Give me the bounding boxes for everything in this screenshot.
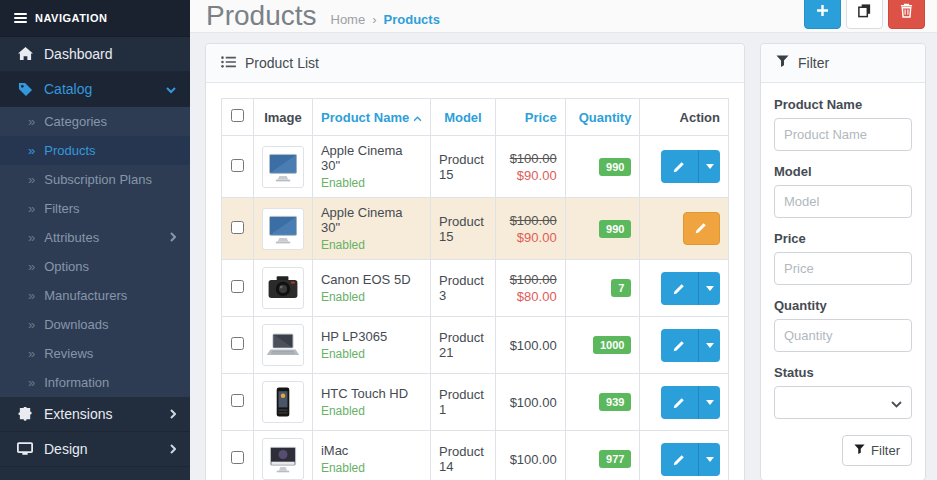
caret-down-icon (706, 343, 714, 348)
product-name: HTC Touch HD (321, 386, 422, 401)
filter-button-label: Filter (871, 443, 900, 458)
sidebar-item-label: Manufacturers (44, 288, 127, 303)
sidebar-item-label: Catalog (44, 81, 166, 97)
page-title: Products (206, 0, 317, 32)
hamburger-icon (14, 11, 27, 25)
pencil-icon (695, 221, 708, 237)
table-row: HP LP3065 Enabled Product 21 $100.00 100… (222, 317, 729, 374)
sidebar-item-attributes[interactable]: » Attributes (0, 223, 190, 252)
angle-double-right-icon: » (28, 143, 34, 158)
pencil-icon[interactable] (661, 272, 698, 305)
dropdown-toggle[interactable] (698, 386, 720, 419)
puzzle-icon (14, 407, 36, 422)
edit-pending-button[interactable] (683, 212, 720, 245)
price-current: $100.00 (504, 452, 557, 467)
chevron-down-icon (166, 81, 176, 97)
edit-split-button[interactable] (661, 386, 720, 419)
row-checkbox[interactable] (231, 221, 244, 234)
filter-quantity-input[interactable] (774, 319, 912, 352)
sidebar-item-manufacturers[interactable]: » Manufacturers (0, 281, 190, 310)
column-header-product-name[interactable]: Product Name (312, 99, 430, 136)
filter-status-select[interactable] (774, 386, 912, 419)
price-current: $80.00 (504, 289, 557, 304)
edit-split-button[interactable] (661, 443, 720, 476)
pencil-icon[interactable] (661, 329, 698, 362)
copy-button[interactable] (846, 0, 883, 29)
quantity-badge: 990 (599, 158, 631, 176)
tag-icon (14, 82, 36, 97)
product-model: Product 14 (430, 431, 495, 480)
caret-down-icon (706, 457, 714, 462)
filter-model-input[interactable] (774, 185, 912, 218)
sidebar-item-filters[interactable]: » Filters (0, 194, 190, 223)
angle-double-right-icon: » (28, 230, 34, 245)
sidebar-item-downloads[interactable]: » Downloads (0, 310, 190, 339)
sidebar-item-label: Information (44, 375, 109, 390)
product-name: iMac (321, 443, 422, 458)
row-checkbox[interactable] (231, 451, 244, 464)
filter-product-name-input[interactable] (774, 118, 912, 151)
dropdown-toggle[interactable] (698, 150, 720, 183)
angle-double-right-icon: » (28, 317, 34, 332)
sidebar-item-catalog[interactable]: Catalog (0, 72, 190, 107)
breadcrumb-home[interactable]: Home (331, 12, 366, 27)
sidebar-header: NAVIGATION (0, 0, 190, 37)
sidebar-item-subscription-plans[interactable]: » Subscription Plans (0, 165, 190, 194)
list-icon (221, 55, 236, 71)
price-old: $100.00 (504, 272, 557, 287)
sidebar-item-label: Categories (44, 114, 107, 129)
column-header-model[interactable]: Model (430, 99, 495, 136)
column-header-action: Action (640, 99, 729, 136)
sidebar-item-extensions[interactable]: Extensions (0, 397, 190, 432)
edit-split-button[interactable] (661, 150, 720, 183)
column-header-price[interactable]: Price (495, 99, 565, 136)
caret-down-icon (706, 400, 714, 405)
caret-down-icon (706, 286, 714, 291)
chevron-right-icon (170, 441, 176, 457)
sidebar-item-categories[interactable]: » Categories (0, 107, 190, 136)
product-list-heading: Product List (206, 44, 744, 83)
sidebar-item-reviews[interactable]: » Reviews (0, 339, 190, 368)
product-thumbnail-hp-laptop (262, 324, 304, 366)
dropdown-toggle[interactable] (698, 329, 720, 362)
sidebar-item-information[interactable]: » Information (0, 368, 190, 397)
filter-price-input[interactable] (774, 252, 912, 285)
quantity-badge: 939 (599, 393, 631, 411)
copy-icon (857, 3, 872, 21)
sidebar-item-dashboard[interactable]: Dashboard (0, 37, 190, 72)
select-all-checkbox[interactable] (231, 109, 244, 122)
product-model: Product 1 (430, 374, 495, 431)
edit-split-button[interactable] (661, 272, 720, 305)
delete-button[interactable] (888, 0, 925, 29)
sidebar-item-label: Extensions (44, 406, 170, 422)
row-checkbox[interactable] (231, 337, 244, 350)
angle-double-right-icon: » (28, 259, 34, 274)
row-checkbox[interactable] (231, 159, 244, 172)
pencil-icon[interactable] (661, 386, 698, 419)
filter-label-model: Model (774, 164, 912, 179)
row-checkbox[interactable] (231, 394, 244, 407)
chevron-down-icon (891, 394, 902, 412)
sidebar-item-options[interactable]: » Options (0, 252, 190, 281)
header-buttons (804, 0, 925, 29)
angle-double-right-icon: » (28, 288, 34, 303)
sidebar-item-products[interactable]: » Products (0, 136, 190, 165)
pencil-icon[interactable] (661, 150, 698, 183)
price-current: $100.00 (504, 395, 557, 410)
breadcrumb-current[interactable]: Products (384, 12, 440, 27)
product-status: Enabled (321, 461, 422, 475)
product-thumbnail-apple-cinema (262, 208, 304, 250)
column-header-quantity[interactable]: Quantity (565, 99, 640, 136)
quantity-badge: 990 (599, 220, 631, 238)
filter-label-product-name: Product Name (774, 97, 912, 112)
dropdown-toggle[interactable] (698, 443, 720, 476)
row-checkbox[interactable] (231, 280, 244, 293)
dropdown-toggle[interactable] (698, 272, 720, 305)
sidebar-item-design[interactable]: Design (0, 432, 190, 467)
edit-split-button[interactable] (661, 329, 720, 362)
pencil-icon[interactable] (661, 443, 698, 476)
add-product-button[interactable] (804, 0, 841, 29)
product-name: Canon EOS 5D (321, 272, 422, 287)
price-current: $90.00 (504, 230, 557, 245)
filter-apply-button[interactable]: Filter (842, 435, 912, 466)
